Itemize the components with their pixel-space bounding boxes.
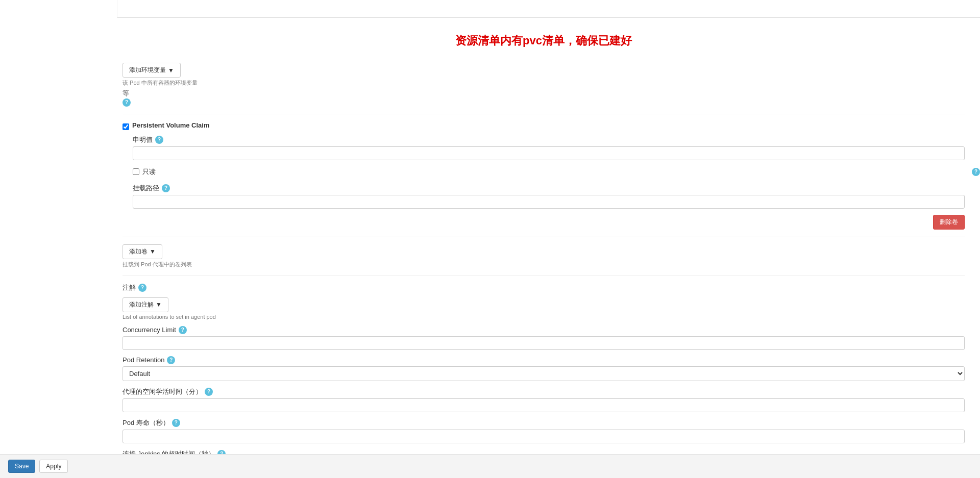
readonly-help-icon[interactable]: ? [972,168,980,176]
etc-label: 等 [122,89,965,98]
agent-idle-group: 代理的空闲学活时间（分） ? [122,387,965,412]
env-help-text: 该 Pod 中所有容器的环境变量 [122,79,965,87]
pod-retention-group: Pod Retention ? Default Always Never On … [122,356,965,381]
mount-path-input[interactable]: /root/.m2 [133,195,965,209]
pod-retention-help-icon[interactable]: ? [167,356,175,364]
pod-retention-select[interactable]: Default Always Never On Failure [122,366,965,381]
annotation-section: 注解 ? 添加注解 ▼ List of annotations to set i… [122,283,965,320]
claim-name-group: 申明值 ? pvc-sfs-maven-cache [133,135,965,160]
add-env-section: 添加环境变量 ▼ 该 Pod 中所有容器的环境变量 等 ? [122,63,965,107]
agent-idle-label: 代理的空闲学活时间（分） [122,387,202,396]
delete-volume-button[interactable]: 删除卷 [933,215,965,230]
concurrency-limit-group: Concurrency Limit ? [122,326,965,350]
mount-path-help-icon[interactable]: ? [162,184,170,192]
readonly-checkbox[interactable] [133,168,139,175]
claim-name-help-icon[interactable]: ? [155,136,163,144]
mount-path-label: 挂载路径 [133,184,159,193]
mount-path-label-row: 挂载路径 ? [133,184,965,193]
add-volume-dropdown-icon: ▼ [150,248,156,255]
readonly-label: 只读 [142,167,156,177]
bottom-bar: Save Apply [0,454,980,478]
add-annotation-dropdown-icon: ▼ [156,301,162,308]
annotation-label-row: 注解 ? [122,283,965,292]
save-button[interactable]: Save [8,460,35,473]
concurrency-limit-label-row: Concurrency Limit ? [122,326,965,334]
pvc-section: Persistent Volume Claim 申明值 ? pvc-sfs-ma… [122,121,965,209]
agent-idle-label-row: 代理的空闲学活时间（分） ? [122,387,965,396]
readonly-row: 只读 ? [133,164,965,180]
annotation-label: 注解 [122,283,136,292]
annotation-banner: 资源清单内有pvc清单，确保已建好 [122,28,965,54]
add-volume-section: 添加卷 ▼ 挂载到 Pod 代理中的卷列表 [122,244,965,268]
add-env-dropdown-icon: ▼ [168,67,174,74]
add-env-button[interactable]: 添加环境变量 ▼ [122,63,181,78]
concurrency-limit-label: Concurrency Limit [122,326,176,334]
apply-button[interactable]: Apply [39,460,68,473]
etc-help-icon[interactable]: ? [122,98,131,107]
pod-lifetime-help-icon[interactable]: ? [172,419,180,427]
concurrency-limit-input[interactable] [122,336,965,350]
main-content: 资源清单内有pvc清单，确保已建好 添加环境变量 ▼ 该 Pod 中所有容器的环… [0,18,980,478]
agent-idle-input[interactable] [122,398,965,412]
add-volume-label: 添加卷 [129,247,148,256]
readonly-checkbox-row: 只读 [133,167,156,177]
agent-idle-help-icon[interactable]: ? [205,388,213,396]
annotation-help-text: List of annotations to set in agent pod [122,314,965,320]
claim-name-input[interactable]: pvc-sfs-maven-cache [133,146,965,160]
pvc-checkbox-row: Persistent Volume Claim [122,121,965,132]
pvc-title: Persistent Volume Claim [132,121,209,129]
pod-lifetime-label: Pod 寿命（秒） [122,418,169,427]
claim-name-label: 申明值 [133,135,153,144]
add-env-label: 添加环境变量 [129,66,166,74]
pod-lifetime-group: Pod 寿命（秒） ? [122,418,965,443]
add-volume-button[interactable]: 添加卷 ▼ [122,244,162,259]
claim-name-label-row: 申明值 ? [133,135,965,144]
divider-1 [122,114,965,114]
pod-lifetime-input[interactable] [122,430,965,443]
add-annotation-button[interactable]: 添加注解 ▼ [122,297,168,312]
annotation-help-icon[interactable]: ? [138,284,146,292]
concurrency-limit-help-icon[interactable]: ? [179,326,187,334]
mount-path-group: 挂载路径 ? /root/.m2 [133,184,965,209]
divider-2 [122,237,965,237]
pod-retention-label: Pod Retention [122,356,164,364]
breadcrumb: Dashboard ► 配置集群 [0,0,980,18]
pod-lifetime-label-row: Pod 寿命（秒） ? [122,418,965,427]
add-annotation-label: 添加注解 [129,300,154,309]
divider-3 [122,275,965,276]
pod-retention-label-row: Pod Retention ? [122,356,965,364]
pvc-checkbox[interactable] [122,123,129,130]
add-volume-help-text: 挂载到 Pod 代理中的卷列表 [122,261,965,268]
delete-volume-row: 删除卷 [122,215,965,230]
